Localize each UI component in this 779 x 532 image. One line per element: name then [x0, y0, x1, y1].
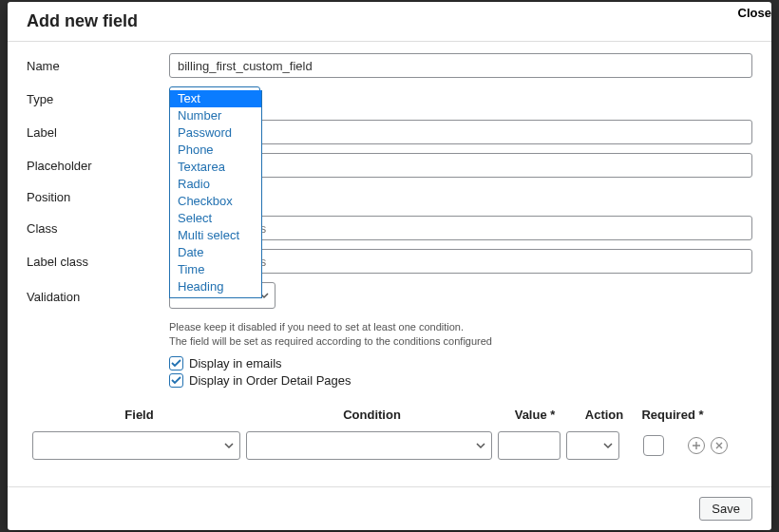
- type-dropdown: Text Number Password Phone Textarea Radi…: [169, 90, 262, 298]
- conditions-header-action: Action: [572, 408, 636, 422]
- conditions-header-value: Value *: [498, 408, 572, 422]
- name-input[interactable]: [169, 53, 752, 78]
- type-option-password[interactable]: Password: [170, 124, 261, 142]
- condition-field-select[interactable]: [32, 431, 240, 460]
- save-button[interactable]: Save: [699, 497, 752, 521]
- type-option-date[interactable]: Date: [170, 244, 261, 261]
- label-validation: Validation: [27, 290, 169, 304]
- label-label-class: Label class: [27, 255, 169, 269]
- label-placeholder: Placeholder: [27, 159, 169, 173]
- type-option-text[interactable]: Text: [170, 90, 261, 107]
- condition-row: [27, 431, 752, 467]
- chevron-down-icon: [224, 441, 234, 450]
- type-option-radio[interactable]: Radio: [170, 176, 261, 193]
- label-name: Name: [27, 59, 169, 73]
- type-option-checkbox[interactable]: Checkbox: [170, 193, 261, 210]
- conditions-header-row: Field Condition Value * Action Required …: [27, 390, 752, 431]
- conditions-header-condition: Condition: [246, 408, 498, 422]
- type-option-phone[interactable]: Phone: [170, 142, 261, 159]
- modal-footer: Save: [8, 486, 771, 530]
- label-label: Label: [27, 125, 169, 140]
- type-option-time[interactable]: Time: [170, 261, 261, 278]
- display-emails-checkbox[interactable]: [169, 356, 183, 370]
- close-button[interactable]: Close: [732, 2, 777, 24]
- display-order-pages-checkbox[interactable]: [169, 373, 183, 388]
- modal-title: Add new field: [27, 11, 752, 31]
- conditions-header-field: Field: [32, 408, 246, 422]
- condition-condition-select[interactable]: [246, 431, 492, 460]
- condition-action-select[interactable]: [566, 431, 619, 460]
- help-text-2: The field will be set as required accord…: [169, 334, 752, 349]
- chevron-down-icon: [476, 441, 485, 450]
- modal-body: Name Type Text Label Placeholder: [8, 42, 771, 486]
- help-text-1: Please keep it disabled if you need to s…: [169, 320, 752, 334]
- label-position: Position: [27, 190, 169, 204]
- modal-header: Add new field: [8, 2, 771, 42]
- condition-value-input[interactable]: [498, 431, 560, 460]
- type-option-number[interactable]: Number: [170, 107, 261, 124]
- display-emails-label: Display in emails: [189, 356, 282, 370]
- type-option-heading[interactable]: Heading: [170, 278, 261, 295]
- conditions-header-required: Required *: [636, 408, 709, 422]
- type-option-textarea[interactable]: Textarea: [170, 159, 261, 176]
- chevron-down-icon: [603, 441, 613, 450]
- label-class: Class: [27, 221, 169, 236]
- type-option-select[interactable]: Select: [170, 210, 261, 227]
- add-condition-icon[interactable]: [688, 437, 705, 454]
- condition-required-checkbox[interactable]: [643, 435, 664, 456]
- remove-condition-icon[interactable]: [711, 437, 728, 454]
- add-field-modal: Close Add new field Name Type Text Labe: [8, 2, 771, 530]
- type-option-multi-select[interactable]: Multi select: [170, 227, 261, 244]
- display-order-pages-label: Display in Order Detail Pages: [189, 373, 352, 388]
- label-type: Type: [27, 92, 169, 106]
